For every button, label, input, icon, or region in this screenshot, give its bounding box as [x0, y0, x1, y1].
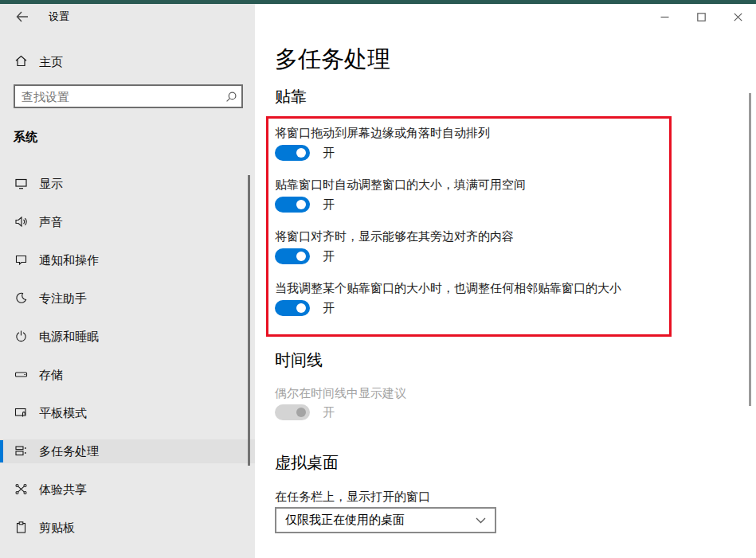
dropdown-selected-value: 仅限我正在使用的桌面	[276, 513, 466, 528]
sidebar-item-label: 平板模式	[39, 406, 87, 421]
snap-toggle-2[interactable]: 开	[275, 197, 335, 213]
snap-toggle-1[interactable]: 开	[275, 145, 335, 161]
toggle-switch[interactable]	[275, 300, 310, 316]
taskbar-windows-label: 在任务栏上，显示打开的窗口	[275, 490, 430, 505]
clipboard-icon	[14, 521, 28, 534]
sidebar-item-display[interactable]: 显示	[0, 172, 255, 196]
chevron-down-icon	[466, 517, 495, 524]
sidebar-item-sound[interactable]: 声音	[0, 210, 255, 234]
snap-toggle-2-label: 贴靠窗口时自动调整窗口的大小，填满可用空间	[275, 178, 526, 193]
focus-assist-icon	[14, 291, 28, 305]
main-content: 多任务处理 贴靠 将窗口拖动到屏幕边缘或角落时自动排列 开 贴靠窗口时自动调整窗…	[255, 4, 756, 558]
window-controls	[646, 4, 756, 30]
storage-icon	[14, 368, 28, 381]
notifications-icon	[14, 253, 28, 267]
toggle-state-label: 开	[323, 197, 335, 213]
sidebar-item-notifications[interactable]: 通知和操作	[0, 248, 255, 272]
home-icon	[14, 54, 28, 68]
timeline-heading: 时间线	[275, 349, 323, 371]
sidebar-item-label: 专注助手	[39, 291, 87, 306]
virtual-desktops-heading: 虚拟桌面	[275, 452, 339, 474]
sidebar-item-label: 电源和睡眠	[39, 330, 99, 345]
settings-window: 设置 主页 系统 显示 声音	[0, 0, 756, 558]
maximize-button[interactable]	[683, 4, 719, 30]
sidebar-item-shared-experiences[interactable]: 体验共享	[0, 478, 255, 501]
sidebar-item-home[interactable]: 主页	[0, 50, 255, 74]
timeline-toggle: 开	[275, 404, 335, 420]
sidebar-item-label: 体验共享	[39, 482, 87, 498]
selected-accent-bar	[0, 440, 3, 462]
sidebar-item-label: 显示	[39, 177, 63, 192]
sidebar-item-power-sleep[interactable]: 电源和睡眠	[0, 325, 255, 349]
titlebar-left: 设置	[0, 4, 255, 29]
shared-experiences-icon	[14, 482, 28, 496]
toggle-state-label: 开	[323, 249, 335, 264]
back-button[interactable]	[10, 6, 35, 28]
sidebar-item-remote-desktop[interactable]: 远程桌面	[0, 554, 255, 558]
multitasking-icon	[14, 444, 28, 458]
toggle-switch[interactable]	[275, 248, 310, 264]
toggle-switch[interactable]	[275, 197, 310, 213]
timeline-toggle-label: 偶尔在时间线中显示建议	[275, 386, 406, 401]
sidebar-item-focus-assist[interactable]: 专注助手	[0, 287, 255, 310]
minimize-button[interactable]	[646, 4, 683, 30]
sidebar-item-tablet-mode[interactable]: 平板模式	[0, 401, 255, 425]
sidebar-item-label: 主页	[39, 55, 63, 70]
toggle-switch-disabled	[275, 404, 310, 420]
snap-toggle-1-label: 将窗口拖动到屏幕边缘或角落时自动排列	[275, 126, 490, 141]
back-arrow-icon	[16, 11, 29, 22]
power-icon	[14, 330, 28, 343]
taskbar-windows-dropdown[interactable]: 仅限我正在使用的桌面	[275, 507, 496, 533]
sidebar-item-multitasking[interactable]: 多任务处理	[0, 439, 255, 463]
sidebar-item-storage[interactable]: 存储	[0, 363, 255, 387]
sidebar-section-system: 系统	[14, 130, 37, 145]
toggle-state-label: 开	[323, 301, 335, 316]
sidebar-item-label: 存储	[39, 368, 63, 383]
content-scrollbar[interactable]	[749, 93, 751, 406]
snap-toggle-3[interactable]: 开	[275, 248, 335, 264]
sidebar-item-label: 多任务处理	[39, 444, 99, 459]
sidebar-scrollbar[interactable]	[248, 175, 250, 466]
sidebar-item-label: 通知和操作	[39, 253, 99, 268]
toggle-state-label: 开	[323, 405, 335, 420]
toggle-state-label: 开	[323, 146, 335, 161]
snap-toggle-3-label: 将窗口对齐时，显示能够在其旁边对齐的内容	[275, 229, 514, 244]
page-title: 多任务处理	[275, 44, 390, 76]
search-box	[14, 84, 243, 108]
sound-icon	[14, 215, 28, 228]
window-title: 设置	[49, 10, 69, 24]
close-button[interactable]	[719, 4, 756, 30]
snap-heading: 贴靠	[275, 86, 307, 107]
sidebar-item-label: 声音	[39, 215, 63, 230]
toggle-switch[interactable]	[275, 145, 310, 161]
sidebar-item-clipboard[interactable]: 剪贴板	[0, 516, 255, 540]
snap-toggle-4-label: 当我调整某个贴靠窗口的大小时，也调整任何相邻贴靠窗口的大小	[275, 281, 621, 296]
sidebar: 设置 主页 系统 显示 声音	[0, 4, 255, 558]
search-icon[interactable]	[221, 91, 241, 103]
search-input[interactable]	[15, 90, 221, 103]
snap-toggle-4[interactable]: 开	[275, 300, 335, 316]
display-icon	[14, 177, 28, 190]
tablet-mode-icon	[14, 406, 28, 419]
sidebar-item-label: 剪贴板	[39, 521, 75, 536]
